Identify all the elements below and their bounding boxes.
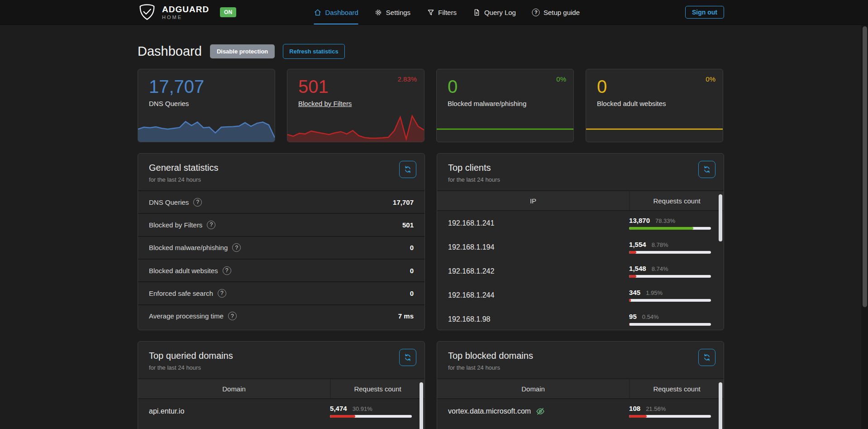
blocked-malware-sparkline	[437, 114, 573, 142]
home-icon	[314, 9, 321, 16]
card-title: Top clients	[448, 163, 713, 173]
shield-check-icon	[138, 3, 157, 21]
refresh-icon	[404, 353, 412, 362]
refresh-card-button[interactable]	[399, 161, 416, 178]
top-clients-table-body: 192.168.1.241 13,87078.33% 192.168.1.194…	[437, 211, 724, 328]
card-title: Top queried domains	[149, 351, 414, 361]
top-queried-domains-card: Top queried domains for the last 24 hour…	[138, 341, 425, 429]
general-statistics-card: General statistics for the last 24 hours…	[138, 153, 425, 330]
progress-bar	[629, 227, 711, 230]
refresh-icon	[703, 353, 711, 362]
progress-bar	[629, 275, 711, 278]
top-clients-card: Top clients for the last 24 hours IP Req…	[437, 153, 724, 330]
progress-fill	[629, 227, 693, 230]
stat-label: DNS Queries	[149, 100, 275, 107]
top-queried-table-body: api.entur.io 5,47430.91%	[138, 399, 424, 429]
stat-percent: 2.83%	[397, 75, 417, 83]
help-icon[interactable]	[207, 221, 215, 229]
stat-row-safe-search: Enforced safe search 0	[138, 281, 424, 304]
stat-percent: 0%	[556, 75, 566, 83]
eye-off-icon	[535, 407, 545, 416]
top-blocked-domains-card: Top blocked domains for the last 24 hour…	[437, 341, 724, 429]
page-header: Dashboard Disable protection Refresh sta…	[138, 44, 724, 59]
progress-bar	[330, 415, 412, 418]
window-scrollbar-thumb[interactable]	[863, 26, 867, 307]
progress-fill	[629, 275, 636, 278]
table-scrollbar[interactable]	[420, 382, 423, 429]
disable-protection-button[interactable]: Disable protection	[210, 44, 275, 58]
progress-fill	[629, 299, 631, 302]
stat-cards-row: 17,707 DNS Queries 2.83% 501 Blocked by …	[138, 69, 724, 142]
progress-bar	[629, 251, 711, 254]
progress-fill	[629, 415, 647, 418]
table-scrollbar[interactable]	[719, 382, 722, 429]
help-icon[interactable]	[228, 312, 237, 320]
top-blocked-table-header: Domain Requests count	[437, 378, 724, 399]
stat-value: 0	[597, 77, 723, 97]
card-subtitle: for the last 24 hours	[149, 364, 414, 371]
table-row: api.entur.io 5,47430.91%	[138, 399, 424, 423]
card-title: General statistics	[149, 163, 414, 173]
progress-fill	[629, 251, 636, 254]
card-title: Top blocked domains	[448, 351, 713, 361]
page-title: Dashboard	[138, 44, 202, 59]
main-nav: Dashboard Settings Filters Query Log Set…	[314, 0, 580, 24]
stat-card-dns-queries: 17,707 DNS Queries	[138, 69, 275, 142]
stat-label: Blocked adult websites	[597, 100, 723, 107]
refresh-icon	[703, 165, 711, 174]
refresh-statistics-button[interactable]: Refresh statistics	[283, 44, 344, 59]
adguard-home-logo[interactable]: ADGUARD HOME ON	[138, 3, 236, 21]
stat-card-blocked-by-filters: 2.83% 501 Blocked by Filters	[287, 69, 424, 142]
nav-item-settings[interactable]: Settings	[375, 0, 410, 24]
nav-item-setup-guide[interactable]: Setup guide	[532, 0, 580, 24]
nav-item-query-log[interactable]: Query Log	[473, 0, 516, 24]
progress-bar	[629, 415, 711, 418]
refresh-icon	[404, 165, 412, 174]
nav-item-dashboard[interactable]: Dashboard	[314, 0, 358, 24]
progress-bar	[629, 323, 711, 326]
table-row: 192.168.1.241 13,87078.33%	[437, 211, 724, 235]
stat-row-dns-queries: DNS Queries 17,707	[138, 190, 424, 213]
top-blocked-table-body: vortex.data.microsoft.com 10821.56%	[437, 399, 724, 429]
progress-bar	[629, 299, 711, 302]
stat-label: Blocked malware/phishing	[448, 100, 573, 107]
stat-value: 0	[448, 77, 573, 97]
table-row: 192.168.1.194 1,5548.78%	[437, 235, 724, 259]
top-clients-table-header: IP Requests count	[437, 190, 724, 211]
stat-value: 17,707	[149, 77, 275, 97]
progress-fill	[330, 415, 355, 418]
refresh-card-button[interactable]	[399, 349, 416, 366]
refresh-card-button[interactable]	[698, 161, 715, 178]
stat-card-blocked-adult: 0% 0 Blocked adult websites	[586, 69, 723, 142]
dns-queries-sparkline	[138, 114, 275, 142]
sign-out-button[interactable]: Sign out	[685, 6, 724, 19]
stat-card-blocked-malware: 0% 0 Blocked malware/phishing	[436, 69, 574, 142]
protection-on-badge: ON	[220, 7, 236, 17]
help-icon[interactable]	[232, 243, 241, 252]
general-statistics-rows: DNS Queries 17,707 Blocked by Filters 50…	[138, 190, 424, 327]
progress-fill	[629, 323, 630, 326]
stat-row-blocked-malware: Blocked malware/phishing 0	[138, 236, 424, 259]
top-navigation-bar: ADGUARD HOME ON Dashboard Settings Filte…	[0, 0, 868, 25]
top-queried-table-header: Domain Requests count	[138, 378, 424, 399]
help-icon[interactable]	[193, 198, 202, 207]
card-subtitle: for the last 24 hours	[448, 364, 713, 371]
nav-item-filters[interactable]: Filters	[427, 0, 457, 24]
blocked-by-filters-link[interactable]: Blocked by Filters	[298, 100, 424, 107]
brand-sub: HOME	[162, 15, 209, 20]
document-icon	[473, 9, 481, 16]
help-icon[interactable]	[218, 289, 226, 298]
card-subtitle: for the last 24 hours	[149, 176, 414, 183]
refresh-card-button[interactable]	[698, 349, 715, 366]
help-icon[interactable]	[223, 266, 231, 275]
table-row: vortex.data.microsoft.com 10821.56%	[437, 399, 724, 423]
blocked-filters-sparkline	[287, 114, 424, 142]
blocked-adult-sparkline	[586, 114, 723, 142]
card-subtitle: for the last 24 hours	[448, 176, 713, 183]
stat-row-avg-processing-time: Average processing time 7 ms	[138, 304, 424, 327]
stat-percent: 0%	[706, 75, 715, 83]
table-row: 192.168.1.98 950.54%	[437, 307, 724, 328]
table-row: 192.168.1.244 3451.95%	[437, 283, 724, 307]
table-scrollbar[interactable]	[719, 194, 722, 241]
stat-row-blocked-adult: Blocked adult websites 0	[138, 259, 424, 281]
